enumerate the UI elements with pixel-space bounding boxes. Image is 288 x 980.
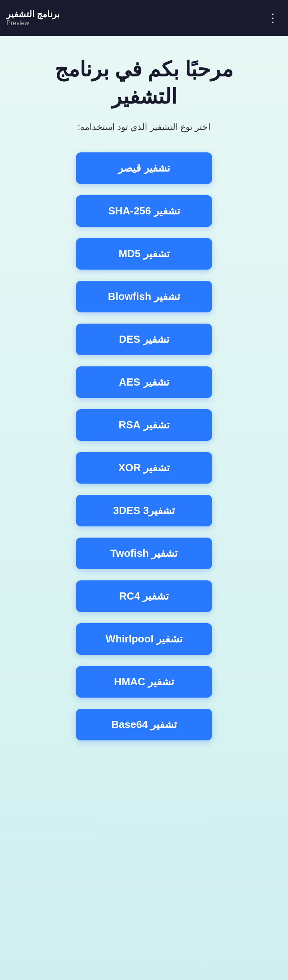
encrypt-button-twofish[interactable]: تشفير Twofish <box>76 538 212 569</box>
page-title: مرحبًا بكم في برنامج التشفير <box>32 56 256 110</box>
preview-label: Preview <box>6 20 29 27</box>
app-header: ⋮ برنامج التشفير Preview <box>0 0 288 36</box>
encrypt-button-md5[interactable]: تشفير MD5 <box>76 238 212 270</box>
app-title: برنامج التشفير <box>6 9 60 20</box>
encrypt-button-rc4[interactable]: تشفير RC4 <box>76 580 212 612</box>
menu-icon[interactable]: ⋮ <box>264 9 282 27</box>
encrypt-button-blowfish[interactable]: تشفير Blowfish <box>76 281 212 312</box>
encrypt-button-base64[interactable]: تشفير Base64 <box>76 709 212 740</box>
encrypt-button-sha256[interactable]: تشفير SHA-256 <box>76 195 212 227</box>
encrypt-button-rsa[interactable]: تشفير RSA <box>76 409 212 441</box>
subtitle: اختر نوع التشفير الذي تود استخدامه: <box>78 122 210 132</box>
main-content: مرحبًا بكم في برنامج التشفير اختر نوع ال… <box>0 36 288 772</box>
encrypt-button-whirlpool[interactable]: تشفير Whirlpool <box>76 623 212 655</box>
buttons-container: تشفير قيصرتشفير SHA-256تشفير MD5تشفير Bl… <box>32 152 256 740</box>
encrypt-button-qaysar[interactable]: تشفير قيصر <box>76 152 212 184</box>
header-title-group: برنامج التشفير Preview <box>6 9 60 27</box>
encrypt-button-3des[interactable]: تشفير3DES 3 <box>76 495 212 526</box>
encrypt-button-xor[interactable]: تشفير XOR <box>76 452 212 484</box>
encrypt-button-hmac[interactable]: تشفير HMAC <box>76 666 212 698</box>
encrypt-button-des[interactable]: تشفير DES <box>76 324 212 355</box>
encrypt-button-aes[interactable]: تشفير AES <box>76 366 212 398</box>
